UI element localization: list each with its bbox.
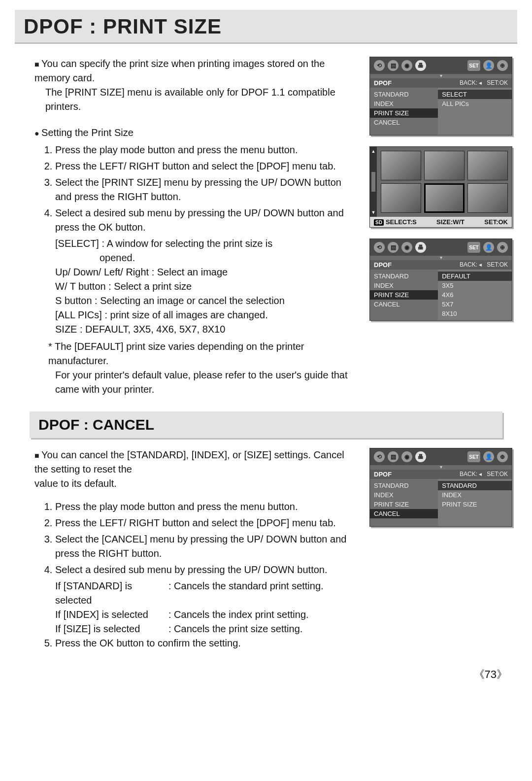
section2-text: You can cancel the [STANDARD], [INDEX], …: [15, 448, 358, 652]
s2-step-4: Select a desired sub menu by pressing th…: [55, 563, 358, 577]
submenu-item-selected: STANDARD: [438, 481, 512, 490]
menu-item-selected: PRINT SIZE: [370, 108, 438, 118]
sub-select-1: [SELECT] : A window for selecting the pr…: [55, 237, 358, 251]
globe-icon: ⊕: [497, 451, 508, 462]
if-siz-v: : Cancels the print size setting.: [168, 622, 302, 636]
s2-step-1: Press the play mode button and press the…: [55, 500, 358, 514]
if-idx-v: : Cancels the index print setting.: [168, 608, 309, 622]
submenu-item: 5X7: [438, 300, 512, 309]
step-4: Select a desired sub menu by pressing th…: [55, 206, 358, 235]
lcd4-title: DPOF: [374, 471, 392, 478]
section2-title: DPOF : CANCEL: [38, 416, 154, 433]
submenu-item: ALL PICs: [438, 99, 512, 108]
person-icon: 👤: [483, 60, 494, 71]
submenu-item-selected: DEFAULT: [438, 272, 512, 281]
sub-select-2: opened.: [100, 251, 358, 265]
set-icon: SET: [467, 242, 480, 253]
sub-sbtn: S button : Selecting an image or cancel …: [55, 294, 358, 308]
s2-steps-list-cont: Press the OK button to confirm the setti…: [44, 636, 358, 650]
submenu-item: 3X5: [438, 281, 512, 290]
lcd1-setok: SET:OK: [487, 79, 508, 86]
submenu-item: 8X10: [438, 309, 512, 318]
submenu-item-selected: SELECT: [438, 90, 512, 99]
foot-size: SIZE:W/T: [436, 218, 465, 226]
s2-step-2: Press the LEFT/ RIGHT button and select …: [55, 516, 358, 530]
tab-icon: ⟲: [374, 242, 385, 253]
lcd3-back: BACK:: [460, 261, 477, 268]
chevron-down-icon: ▼: [371, 210, 376, 215]
thumbnail: [467, 151, 508, 180]
s2-step-5: Press the OK button to confirm the setti…: [55, 636, 358, 650]
step-1: Press the play mode button and press the…: [55, 143, 358, 157]
set-icon: SET: [467, 451, 480, 462]
sub-wt: W/ T button : Select a print size: [55, 279, 358, 294]
thumbnail: [467, 183, 508, 213]
page-title-bar: DPOF : PRINT SIZE: [15, 10, 517, 44]
person-icon: 👤: [483, 451, 494, 462]
s2-intro-1: You can cancel the [STANDARD], [INDEX], …: [34, 448, 358, 476]
menu-item: CANCEL: [370, 118, 438, 127]
tab-icon: ⟲: [374, 60, 385, 71]
section1-text: You can specify the print size when prin…: [15, 57, 358, 397]
menu-item: INDEX: [370, 281, 438, 290]
globe-icon: ⊕: [497, 242, 508, 253]
if-idx-k: If [INDEX] is selected: [55, 608, 168, 622]
printer-icon: 🖶: [415, 451, 426, 462]
lcd-screenshot-1: ⟲ ▤ ◉ 🖶 SET 👤 ⊕ ▾ DPOF BACK: ◂ SET:OK ST: [369, 57, 512, 136]
menu-item-selected: PRINT SIZE: [370, 290, 438, 300]
tab-icon: ▤: [388, 242, 399, 253]
if-std-k: If [STANDARD] is selected: [55, 579, 168, 608]
step-3: Select the [PRINT SIZE] menu by pressing…: [55, 175, 358, 204]
steps-list: Press the play mode button and press the…: [44, 143, 358, 235]
page-title: DPOF : PRINT SIZE: [24, 15, 222, 38]
menu-item: CANCEL: [370, 300, 438, 309]
sub-size: SIZE : DEFAULT, 3X5, 4X6, 5X7, 8X10: [55, 322, 358, 337]
tab-icon: ⟲: [374, 451, 385, 462]
pointer-icon: ▾: [370, 255, 512, 260]
s2-steps-list: Press the play mode button and press the…: [44, 500, 358, 577]
pointer-icon: ▾: [370, 464, 512, 470]
submenu-item: INDEX: [438, 490, 512, 500]
sub-udlr: Up/ Down/ Left/ Right : Select an image: [55, 265, 358, 279]
thumbnail: [381, 151, 421, 180]
printer-icon: 🖶: [415, 242, 426, 253]
pointer-icon: ▾: [370, 73, 512, 78]
menu-item-selected: CANCEL: [370, 509, 438, 518]
intro-line2: The [PRINT SIZE] menu is available only …: [45, 85, 358, 114]
s2-step-3: Select the [CANCEL] menu by pressing the…: [55, 532, 358, 561]
printer-icon: 🖶: [415, 60, 426, 71]
lcd1-title: DPOF: [374, 79, 392, 87]
scrollbar: ▲ ▼: [370, 147, 377, 217]
set-icon: SET: [467, 60, 480, 71]
menu-item: INDEX: [370, 99, 438, 108]
submenu-item: PRINT SIZE: [438, 500, 512, 509]
foot-select: SELECT:S: [386, 218, 417, 226]
lcd3-setok: SET:OK: [487, 261, 508, 268]
globe-icon: ⊕: [497, 60, 508, 71]
lcd-screenshot-4: ⟲ ▤ ◉ 🖶 SET 👤 ⊕ ▾ DPOF BACK: ◂ SET:OK ST: [369, 448, 512, 527]
section2-title-bar: DPOF : CANCEL: [30, 411, 502, 438]
menu-item: STANDARD: [370, 90, 438, 99]
tab-icon: ◉: [401, 60, 412, 71]
lcd4-back: BACK:: [460, 471, 477, 477]
foot-set: SET:OK: [484, 218, 508, 226]
s2-intro-2: value to its default.: [34, 476, 358, 491]
submenu-item: 4X6: [438, 290, 512, 300]
thumbnail: [424, 151, 465, 180]
lcd3-title: DPOF: [374, 261, 392, 269]
page-number: 73: [15, 667, 517, 682]
lcd-screenshot-3: ⟲ ▤ ◉ 🖶 SET 👤 ⊕ ▾ DPOF BACK: ◂ SET:OK ST: [369, 238, 512, 321]
person-icon: 👤: [483, 242, 494, 253]
lcd1-back: BACK:: [460, 79, 477, 86]
if-siz-k: If [SIZE] is selected: [55, 622, 168, 636]
menu-item: PRINT SIZE: [370, 500, 438, 509]
menu-item: STANDARD: [370, 481, 438, 490]
note-default-1: * The [DEFAULT] print size varies depend…: [48, 340, 358, 368]
thumbnail-selected: [424, 183, 465, 213]
lcd-screenshot-2: ▲ ▼ SDSELECT:S SIZE:W/: [369, 146, 512, 228]
thumbnail: [381, 183, 421, 213]
note-default-2: For your printer's default value, please…: [55, 368, 358, 397]
tab-icon: ◉: [401, 451, 412, 462]
tab-icon: ▤: [388, 451, 399, 462]
menu-item: STANDARD: [370, 272, 438, 281]
